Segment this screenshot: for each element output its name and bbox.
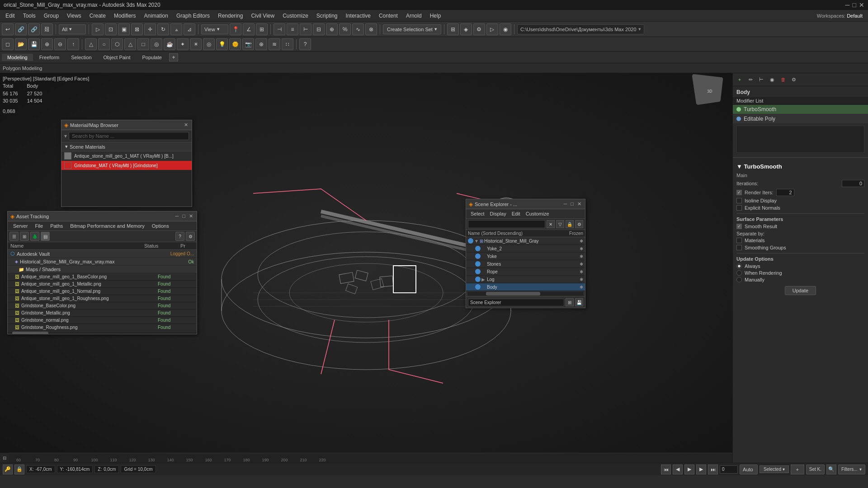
asset-row-1[interactable]: 🖼 Antique_stone_mill_geo_1_Metallic.png … (8, 281, 197, 288)
torus-btn[interactable]: ◎ (151, 38, 162, 50)
update-button[interactable]: Update (785, 286, 816, 295)
material-item-0[interactable]: Antique_stone_mill_geo_1_MAT ( VRayMtl )… (61, 151, 192, 161)
asset-menu-server[interactable]: Server (9, 222, 31, 230)
material-panel-titlebar[interactable]: ◈ Material/Map Browser ✕ (61, 120, 192, 130)
asset-row-7[interactable]: 🖼 Grindstone_Roughness.png Found (8, 324, 197, 331)
key-mode-btn[interactable]: 🔑 (3, 465, 13, 474)
scene-lock-btn[interactable]: 🔒 (566, 220, 574, 228)
asset-tb-grid-btn[interactable]: ⊞ (20, 232, 29, 241)
menu-edit[interactable]: Edit (2, 12, 19, 20)
menu-rendering[interactable]: Rendering (214, 12, 246, 20)
camera-btn[interactable]: 📷 (242, 38, 254, 50)
mirror-btn[interactable]: ⊣ (274, 23, 285, 35)
scene-item-stones[interactable]: Stones ✱ (466, 260, 585, 268)
scene-explorer-maximize[interactable]: □ (570, 201, 575, 207)
light-btn[interactable]: ☀ (190, 38, 202, 50)
menu-animation[interactable]: Animation (141, 12, 172, 20)
export-btn[interactable]: ⊖ (54, 38, 66, 50)
scene-item-root[interactable]: ▼ ⊞ Historical_Stone_Mill_Gray ✱ (466, 237, 585, 245)
menu-create[interactable]: Create (86, 12, 109, 20)
menu-content[interactable]: Content (375, 12, 401, 20)
select-btn[interactable]: ▷ (92, 23, 104, 35)
scene-view-btn[interactable]: ⊞ (566, 298, 574, 306)
snap-3d-btn[interactable]: 📍 (230, 23, 241, 35)
scene-menu-customize[interactable]: Customize (523, 210, 552, 217)
go-end-btn[interactable]: ⏭ (708, 465, 718, 474)
scene-vis-yoke2[interactable] (475, 246, 481, 251)
material-btn[interactable]: ◈ (460, 23, 472, 35)
asset-scrollbar-thumb[interactable] (12, 332, 48, 334)
cylinder-btn[interactable]: ⬡ (111, 38, 123, 50)
material-panel-close[interactable]: ✕ (183, 122, 189, 128)
scene-item-rope[interactable]: Rope ✱ (466, 268, 585, 276)
scene-scrollbar-thumb[interactable] (486, 292, 540, 296)
play-btn[interactable]: ▶ (684, 465, 694, 474)
asset-row-6[interactable]: 🖼 Grindstone_normal.png Found (8, 317, 197, 324)
scene-label-input[interactable] (468, 299, 564, 306)
scene-explorer-close[interactable]: ✕ (576, 201, 582, 207)
maps-group-row[interactable]: 📁 Maps / Shaders (8, 266, 197, 273)
menu-graph-editors[interactable]: Graph Editors (173, 12, 213, 20)
asset-tb-settings-btn[interactable]: ⚙ (186, 232, 195, 241)
rotate-btn[interactable]: ↻ (157, 23, 169, 35)
vault-group-row[interactable]: ⬡ Autodesk Vault Logged O... (8, 250, 197, 258)
asset-menu-paths[interactable]: Paths (47, 222, 66, 230)
asset-close-btn[interactable]: ✕ (188, 213, 194, 219)
uniform-scale-btn[interactable]: ⊿ (184, 23, 195, 35)
asset-menu-file[interactable]: File (31, 222, 47, 230)
spacewarp-btn[interactable]: ≋ (269, 38, 280, 50)
tab-selection[interactable]: Selection (66, 54, 97, 61)
scene-expand-log[interactable]: ▶ (481, 277, 486, 282)
undo-btn[interactable]: ↩ (2, 23, 14, 35)
scene-vis-body[interactable] (475, 284, 481, 290)
material-item-1[interactable]: Grindstone_MAT ( VRayMtl ) [Grindstone] (61, 161, 192, 170)
asset-scrollbar[interactable] (8, 331, 197, 334)
open-btn[interactable]: 📂 (15, 38, 27, 50)
current-frame-input[interactable] (720, 465, 738, 474)
materials-checkbox[interactable] (736, 238, 742, 243)
asset-minimize-btn[interactable]: ─ (175, 213, 180, 219)
scene-search-clear[interactable]: ✕ (547, 220, 555, 228)
tab-freeform[interactable]: Freeform (34, 54, 65, 61)
asset-menu-options[interactable]: Options (148, 222, 173, 230)
asset-row-2[interactable]: 🖼 Antique_stone_mill_geo_1_Normal.png Fo… (8, 288, 197, 295)
modifier-editable-poly[interactable]: Editable Poly (733, 114, 868, 124)
create-selection-set-btn[interactable]: Create Selection Set ▾ (383, 24, 441, 34)
particles-btn[interactable]: ∷ (282, 38, 293, 50)
select-window-btn[interactable]: ▣ (118, 23, 130, 35)
isoline-checkbox[interactable] (736, 198, 742, 203)
edit-modifier-btn[interactable]: ✏ (745, 75, 755, 84)
go-start-btn[interactable]: ⏮ (661, 465, 671, 474)
schematic-btn[interactable]: ⊞ (447, 23, 459, 35)
scene-explorer-titlebar[interactable]: ◈ Scene Explorer - ... ─ □ ✕ (466, 199, 585, 209)
asset-tb-tree-btn[interactable]: 🌲 (30, 232, 39, 241)
asset-maximize-btn[interactable]: □ (181, 213, 186, 219)
asset-panel-titlebar[interactable]: ◈ Asset Tracking ─ □ ✕ (8, 211, 197, 221)
asset-row-3[interactable]: 🖼 Antique_stone_mill_geo_1_Roughness.png… (8, 295, 197, 302)
target-light-btn[interactable]: ◎ (203, 38, 215, 50)
workspaces-value[interactable]: Default (847, 13, 863, 19)
next-frame-btn[interactable]: ▶ (696, 465, 706, 474)
scene-explorer-minimize[interactable]: ─ (563, 201, 568, 207)
scene-item-yoke[interactable]: Yoke ✱ (466, 253, 585, 260)
iterations-input[interactable] (842, 180, 864, 187)
render-setup-btn[interactable]: ⚙ (473, 23, 485, 35)
material-search-input[interactable] (69, 132, 189, 140)
path-arrow[interactable]: ▾ (638, 26, 641, 32)
viewport-nav-cube[interactable]: 3D (696, 78, 728, 109)
filters-dropdown[interactable]: Filters... ▾ (838, 465, 865, 474)
helpers-btn[interactable]: ⊕ (255, 38, 267, 50)
hierarchy-panel-btn[interactable]: ⊢ (756, 75, 766, 84)
menu-customize[interactable]: Customize (279, 12, 312, 20)
percent-btn[interactable]: % (339, 23, 351, 35)
render-btn[interactable]: ▷ (486, 23, 498, 35)
modifier-turbosmooth[interactable]: TurboSmooth (733, 105, 868, 114)
scene-vis-rope[interactable] (475, 269, 481, 274)
close-btn[interactable]: ✕ (859, 1, 864, 9)
render-iters-input[interactable] (776, 189, 794, 196)
scale-btn[interactable]: ⟁ (170, 23, 182, 35)
smooth-result-checkbox[interactable] (736, 224, 742, 229)
scene-filter-btn[interactable]: ▽ (556, 220, 564, 228)
selection-filter[interactable]: All ▾ (59, 24, 86, 34)
normal-btn[interactable]: ⊕ (326, 23, 338, 35)
